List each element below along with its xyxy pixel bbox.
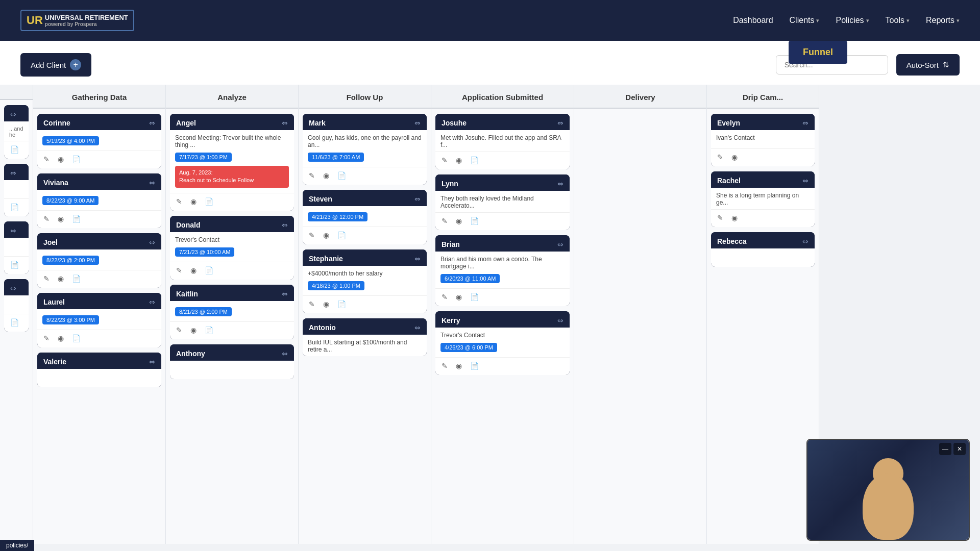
eye-icon[interactable]: ◉: [455, 216, 463, 226]
list-item: Laurel ⇔ 8/22/23 @ 3:00 PM ✎ ◉ 📄: [37, 293, 161, 347]
eye-icon[interactable]: ◉: [189, 196, 198, 207]
move-icon[interactable]: ⇔: [149, 238, 155, 246]
doc-icon[interactable]: 📄: [9, 317, 20, 328]
doc-icon[interactable]: 📄: [469, 361, 480, 371]
pencil-icon[interactable]: ✎: [42, 333, 51, 343]
doc-icon[interactable]: 📄: [204, 325, 214, 335]
nav-policies[interactable]: Policies ▾: [836, 16, 869, 25]
funnel-label[interactable]: Funnel: [803, 47, 833, 57]
pencil-icon[interactable]: ✎: [440, 361, 449, 371]
eye-icon[interactable]: ◉: [730, 213, 739, 223]
move-icon[interactable]: ⇔: [282, 290, 288, 298]
pencil-icon[interactable]: ✎: [308, 299, 316, 309]
list-item: Corinne ⇔ 5/19/23 @ 4:00 PM ✎ ◉ 📄: [37, 114, 161, 168]
pencil-icon[interactable]: ✎: [308, 170, 316, 181]
doc-icon[interactable]: 📄: [71, 214, 82, 224]
eye-icon[interactable]: ◉: [455, 155, 463, 165]
doc-icon[interactable]: 📄: [71, 154, 82, 164]
move-icon[interactable]: ⇔: [557, 316, 564, 324]
card-date: 8/22/23 @ 3:00 PM: [42, 315, 99, 324]
autosort-button[interactable]: Auto-Sort ⇅: [896, 54, 960, 76]
pencil-icon[interactable]: ✎: [440, 155, 449, 165]
card-body: Build IUL starting at $100/month and ret…: [303, 335, 427, 356]
column-gathering-data-cards: Corinne ⇔ 5/19/23 @ 4:00 PM ✎ ◉ 📄 Vivian…: [33, 109, 165, 544]
doc-icon[interactable]: 📄: [469, 155, 480, 165]
eye-icon[interactable]: ◉: [322, 230, 330, 240]
move-icon[interactable]: ⇔: [282, 221, 288, 229]
move-icon[interactable]: ⇔: [557, 119, 564, 127]
eye-icon[interactable]: ◉: [57, 333, 65, 343]
eye-icon[interactable]: ◉: [57, 154, 65, 164]
move-icon[interactable]: ⇔: [149, 179, 155, 187]
move-icon[interactable]: ⇔: [802, 237, 808, 245]
doc-icon[interactable]: 📄: [204, 265, 214, 276]
move-icon[interactable]: ⇔: [557, 240, 564, 248]
move-icon[interactable]: ⇔: [149, 119, 155, 127]
doc-icon[interactable]: 📄: [469, 292, 480, 302]
move-icon[interactable]: ⇔: [414, 119, 421, 127]
client-name: Brian: [442, 240, 460, 248]
nav-clients[interactable]: Clients ▾: [790, 16, 820, 25]
move-icon[interactable]: ⇔: [557, 180, 564, 188]
move-icon[interactable]: ⇔: [10, 110, 16, 118]
move-icon[interactable]: ⇔: [282, 349, 288, 358]
eye-icon[interactable]: ◉: [57, 273, 65, 284]
nav-tools[interactable]: Tools ▾: [886, 16, 910, 25]
nav-reports[interactable]: Reports ▾: [926, 16, 960, 25]
eye-icon[interactable]: ◉: [322, 170, 330, 181]
eye-icon[interactable]: ◉: [57, 214, 65, 224]
doc-icon[interactable]: 📄: [469, 216, 480, 226]
card-date: 8/21/23 @ 2:00 PM: [175, 307, 232, 316]
doc-icon[interactable]: 📄: [9, 260, 20, 270]
move-icon[interactable]: ⇔: [10, 284, 16, 292]
column-delivery-header: Delivery: [574, 85, 706, 109]
card-header: ⇔: [4, 279, 29, 295]
doc-icon[interactable]: 📄: [204, 196, 214, 207]
eye-icon[interactable]: ◉: [189, 265, 198, 276]
doc-icon[interactable]: 📄: [71, 273, 82, 284]
doc-icon[interactable]: 📄: [71, 333, 82, 343]
status-bar: policies/: [0, 540, 34, 551]
card-header: ⇔: [4, 221, 29, 238]
pencil-icon[interactable]: ✎: [440, 216, 449, 226]
minimize-video-button[interactable]: —: [939, 443, 951, 455]
nav-dashboard[interactable]: Dashboard: [733, 16, 773, 25]
pencil-icon[interactable]: ✎: [42, 214, 51, 224]
pencil-icon[interactable]: ✎: [716, 152, 724, 162]
eye-icon[interactable]: ◉: [455, 361, 463, 371]
doc-icon[interactable]: 📄: [336, 299, 347, 309]
pencil-icon[interactable]: ✎: [440, 292, 449, 302]
eye-icon[interactable]: ◉: [322, 299, 330, 309]
doc-icon[interactable]: 📄: [9, 144, 20, 155]
doc-icon[interactable]: 📄: [9, 202, 20, 212]
move-icon[interactable]: ⇔: [149, 358, 155, 366]
funnel-dropdown[interactable]: Funnel: [789, 41, 847, 64]
card-header: Donald ⇔: [170, 216, 294, 232]
card-date: 8/22/23 @ 9:00 AM: [42, 196, 99, 205]
eye-icon[interactable]: ◉: [455, 292, 463, 302]
move-icon[interactable]: ⇔: [802, 177, 808, 185]
pencil-icon[interactable]: ✎: [42, 154, 51, 164]
pencil-icon[interactable]: ✎: [42, 273, 51, 284]
move-icon[interactable]: ⇔: [802, 119, 808, 127]
nav-policies-label: Policies: [836, 16, 864, 25]
doc-icon[interactable]: 📄: [336, 170, 347, 181]
move-icon[interactable]: ⇔: [414, 323, 421, 332]
nav-reports-label: Reports: [926, 16, 954, 25]
move-icon[interactable]: ⇔: [10, 227, 16, 235]
pencil-icon[interactable]: ✎: [175, 325, 183, 335]
move-icon[interactable]: ⇔: [414, 195, 421, 203]
close-video-button[interactable]: ✕: [953, 443, 966, 455]
move-icon[interactable]: ⇔: [10, 169, 16, 177]
add-client-button[interactable]: Add Client +: [20, 53, 91, 77]
pencil-icon[interactable]: ✎: [175, 196, 183, 207]
pencil-icon[interactable]: ✎: [716, 213, 724, 223]
move-icon[interactable]: ⇔: [414, 255, 421, 263]
move-icon[interactable]: ⇔: [282, 119, 288, 127]
eye-icon[interactable]: ◉: [730, 152, 739, 162]
pencil-icon[interactable]: ✎: [308, 230, 316, 240]
eye-icon[interactable]: ◉: [189, 325, 198, 335]
pencil-icon[interactable]: ✎: [175, 265, 183, 276]
move-icon[interactable]: ⇔: [149, 298, 155, 306]
doc-icon[interactable]: 📄: [336, 230, 347, 240]
